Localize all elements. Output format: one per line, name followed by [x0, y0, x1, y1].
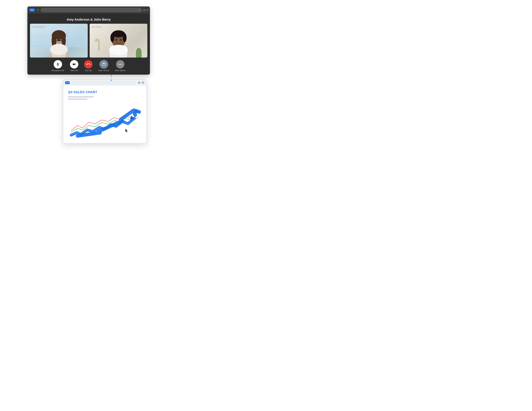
- svg-point-18: [110, 33, 114, 42]
- screen-share-window: ⊙ ≡ Q4 SALES CHART: [63, 79, 147, 144]
- chart-title: Q4 SALES CHART: [68, 90, 142, 94]
- screen-profile-icon[interactable]: ⊙: [138, 81, 141, 84]
- svg-point-20: [115, 39, 117, 41]
- microphone-button[interactable]: [54, 60, 62, 68]
- svg-point-12: [60, 39, 62, 41]
- screen-menu-icon[interactable]: ≡: [142, 81, 144, 84]
- video-label: Video ON: [70, 69, 78, 71]
- placeholder-line-1: [68, 96, 94, 97]
- call-content: Amy Anderson & John Berry: [28, 14, 150, 57]
- chart-area: Q4 SALES CHART: [63, 86, 146, 143]
- video-tile-john: John Berry: [90, 24, 147, 57]
- more-options-button[interactable]: [116, 60, 124, 68]
- browser-toolbar: ↺ ☆ ⊙ ≡: [28, 6, 150, 14]
- svg-point-22: [109, 45, 128, 55]
- nav-buttons: [29, 8, 35, 12]
- screen-back-forward-button[interactable]: [65, 81, 70, 84]
- john-plant: [136, 48, 142, 57]
- connector-dot-top: [111, 75, 112, 76]
- video-button[interactable]: [70, 60, 78, 68]
- video-icon: [72, 63, 76, 66]
- refresh-button[interactable]: ↺: [36, 8, 39, 12]
- svg-rect-26: [73, 64, 75, 65]
- video-grid: Amy Anderson: [30, 24, 147, 57]
- chart-placeholder-lines: [68, 96, 142, 100]
- svg-rect-23: [57, 63, 58, 65]
- share-screen-button[interactable]: [100, 60, 108, 68]
- placeholder-line-2: [68, 98, 87, 100]
- connector-line: [111, 75, 111, 81]
- share-screen-label: Share Screen: [98, 69, 109, 71]
- toolbar-right: ⊙ ≡: [143, 9, 148, 12]
- video-control[interactable]: Video ON: [70, 60, 78, 71]
- mic-icon: [56, 63, 60, 66]
- end-call-button[interactable]: [84, 60, 93, 68]
- back-forward-button[interactable]: [29, 8, 35, 12]
- profile-icon[interactable]: ⊙: [143, 9, 145, 12]
- microphone-label: Microphone ON: [52, 69, 64, 71]
- john-avatar: [102, 26, 135, 57]
- amy-name-label: Amy Anderson: [32, 25, 45, 28]
- svg-point-29: [119, 64, 119, 65]
- share-screen-icon: [102, 62, 106, 66]
- chart-svg: [68, 103, 142, 139]
- svg-point-19: [123, 33, 127, 42]
- call-title: Amy Anderson & John Berry: [30, 16, 147, 24]
- share-screen-control[interactable]: Share Screen: [98, 60, 109, 71]
- john-lamp: [98, 41, 100, 51]
- address-bar[interactable]: ☆: [41, 8, 142, 12]
- more-options-label: More Options: [115, 69, 126, 71]
- john-lamp-head: [95, 39, 100, 42]
- svg-point-11: [56, 39, 57, 41]
- screen-address-bar[interactable]: [71, 81, 136, 84]
- svg-point-21: [120, 39, 122, 41]
- microphone-control[interactable]: Microphone ON: [52, 60, 64, 71]
- end-call-control[interactable]: End Call: [84, 60, 93, 71]
- screen-toolbar-right: ⊙ ≡: [138, 81, 144, 84]
- more-options-icon: [118, 64, 122, 65]
- chart-svg-container: [68, 103, 142, 139]
- cursor-icon: [125, 129, 129, 134]
- svg-point-13: [50, 44, 68, 55]
- controls-bar: Microphone ON Video ON End Call: [28, 57, 150, 75]
- more-options-control[interactable]: More Options: [115, 60, 126, 71]
- end-call-icon: [86, 62, 90, 66]
- svg-point-30: [120, 64, 121, 65]
- video-call-browser: ↺ ☆ ⊙ ≡ Amy Anderson & John Berry: [28, 6, 150, 75]
- menu-icon[interactable]: ≡: [147, 9, 148, 11]
- john-name-label: John Berry: [91, 25, 101, 28]
- amy-avatar: [43, 26, 75, 57]
- connector-dot-bottom: [111, 80, 112, 81]
- end-call-label: End Call: [85, 69, 92, 71]
- svg-point-31: [121, 64, 122, 65]
- bookmark-icon[interactable]: ☆: [138, 9, 140, 11]
- video-tile-amy: Amy Anderson: [30, 24, 88, 57]
